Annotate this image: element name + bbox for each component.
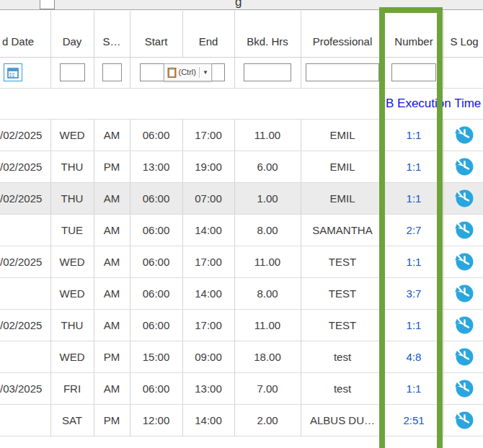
cell-end-date: /02/2025 — [0, 151, 50, 182]
header-row: d Date Day S… Start End Bkd. Hrs Profess… — [0, 11, 483, 57]
paste-options-button[interactable]: (Ctrl) ▼ — [164, 63, 212, 81]
execution-time-spacer — [0, 88, 384, 119]
cell-bkd-hrs: 11.00 — [234, 119, 301, 151]
cell-s-log — [443, 214, 483, 246]
cell-s: PM — [94, 151, 130, 182]
cell-end-date: /02/2025 — [0, 309, 50, 341]
cell-number[interactable]: 1:1 — [384, 119, 443, 151]
filter-cell-professional — [301, 57, 384, 88]
paste-options-label: (Ctrl) — [179, 68, 196, 76]
s-log-history-button[interactable] — [455, 379, 474, 398]
table-row[interactable]: SAT PM 12:00 14:00 2.00 ALBUS DU… 2:51 — [0, 404, 483, 436]
cell-end-date: /02/2025 — [0, 182, 50, 214]
table-row[interactable]: /02/2025 THU AM 06:00 17:00 11.00 TEST 1… — [0, 309, 483, 341]
cell-number[interactable]: 1:1 — [384, 309, 443, 341]
filter-cell-end-date — [0, 57, 50, 88]
professional-filter-input[interactable] — [306, 63, 379, 81]
cell-s-log — [443, 277, 483, 309]
cell-start: 15:00 — [130, 341, 182, 372]
history-clock-icon — [455, 315, 474, 335]
cell-day: THU — [50, 151, 94, 182]
s-log-history-button[interactable] — [455, 347, 474, 367]
cell-day: WED — [50, 246, 94, 277]
s-log-history-button[interactable] — [455, 315, 474, 335]
cell-end-date: /02/2025 — [0, 246, 50, 277]
table-row[interactable]: /02/2025 WED AM 06:00 17:00 11.00 TEST 1… — [0, 246, 483, 277]
cell-number[interactable]: 2:7 — [384, 214, 443, 246]
schedule-table: d Date Day S… Start End Bkd. Hrs Profess… — [0, 11, 483, 436]
column-header-end-date[interactable]: d Date — [0, 11, 50, 57]
cell-s: AM — [94, 119, 130, 151]
s-log-history-button[interactable] — [455, 411, 474, 430]
column-header-start[interactable]: Start — [130, 11, 182, 57]
cell-number[interactable]: 3:7 — [384, 277, 443, 309]
column-header-professional[interactable]: Professional — [301, 11, 384, 57]
s-log-history-button[interactable] — [455, 157, 474, 176]
table-row[interactable]: TUE AM 06:00 14:00 8.00 SAMANTHA 2:7 — [0, 214, 483, 246]
date-picker-button[interactable] — [4, 63, 22, 81]
day-filter-input[interactable] — [60, 63, 85, 81]
cropped-control[interactable] — [40, 0, 55, 9]
history-clock-icon — [455, 125, 474, 145]
number-filter-input[interactable] — [391, 63, 436, 81]
cell-bkd-hrs: 8.00 — [234, 214, 301, 246]
s-filter-input[interactable] — [102, 63, 122, 81]
cell-start: 06:00 — [130, 277, 182, 309]
column-header-day[interactable]: Day — [50, 11, 94, 57]
history-clock-icon — [455, 252, 474, 272]
top-strip: g — [0, 0, 483, 10]
table-row[interactable]: /03/2025 FRI AM 06:00 13:00 7.00 test 1:… — [0, 372, 483, 404]
filter-cell-number — [384, 57, 443, 88]
filter-row: (Ctrl) ▼ — [0, 57, 483, 88]
clipboard-icon — [167, 67, 177, 78]
filter-cell-s-log — [443, 57, 483, 88]
cell-s-log — [443, 119, 483, 151]
column-header-number[interactable]: Number — [384, 11, 443, 57]
cell-professional: SAMANTHA — [301, 214, 384, 246]
s-log-history-button[interactable] — [455, 284, 474, 303]
table-row[interactable]: WED AM 06:00 14:00 8.00 TEST 3:7 — [0, 277, 483, 309]
column-header-end[interactable]: End — [182, 11, 234, 57]
table-row[interactable]: /02/2025 THU PM 13:00 19:00 6.00 EMIL 1:… — [0, 151, 483, 182]
cell-start: 06:00 — [130, 119, 182, 151]
history-clock-icon — [455, 347, 474, 367]
cell-day: WED — [50, 341, 94, 372]
s-log-history-button[interactable] — [455, 189, 474, 208]
filter-cell-day — [50, 57, 94, 88]
bkd-hrs-filter-input[interactable] — [244, 63, 291, 81]
cell-number[interactable]: 1:1 — [384, 372, 443, 404]
cell-day: FRI — [50, 372, 94, 404]
cell-number[interactable]: 1:1 — [384, 246, 443, 277]
cell-end: 13:00 — [182, 372, 234, 404]
history-clock-icon — [455, 157, 474, 176]
table-row[interactable]: WED PM 15:00 09:00 18.00 test 4:8 — [0, 341, 483, 372]
cell-end: 09:00 — [182, 341, 234, 372]
s-log-history-button[interactable] — [455, 125, 474, 145]
cell-professional: EMIL — [301, 151, 384, 182]
cell-professional: ALBUS DU… — [301, 404, 384, 436]
cell-number[interactable]: 2:51 — [384, 404, 443, 436]
cell-end: 07:00 — [182, 182, 234, 214]
column-header-s[interactable]: S… — [94, 11, 130, 57]
column-header-bkd-hrs[interactable]: Bkd. Hrs — [234, 11, 301, 57]
cell-professional: test — [301, 372, 384, 404]
db-execution-time-label: B Execution Time — [386, 97, 481, 110]
cell-number[interactable]: 1:1 — [384, 182, 443, 214]
cell-end: 17:00 — [182, 309, 234, 341]
filter-cell-bkd-hrs — [234, 57, 301, 88]
cell-start: 13:00 — [130, 151, 182, 182]
cell-number[interactable]: 4:8 — [384, 341, 443, 372]
cell-s-log — [443, 309, 483, 341]
cell-start: 06:00 — [130, 246, 182, 277]
history-clock-icon — [455, 411, 474, 430]
s-log-history-button[interactable] — [455, 252, 474, 272]
table-row[interactable]: /02/2025 THU AM 06:00 07:00 1.00 EMIL 1:… — [0, 182, 483, 214]
cell-number[interactable]: 1:1 — [384, 151, 443, 182]
table-row[interactable]: /02/2025 WED AM 06:00 17:00 11.00 EMIL 1… — [0, 119, 483, 151]
column-header-s-log[interactable]: S Log — [443, 11, 483, 57]
cell-s: AM — [94, 309, 130, 341]
history-clock-icon — [455, 284, 474, 303]
s-log-history-button[interactable] — [455, 220, 474, 240]
cell-s-log — [443, 151, 483, 182]
cell-bkd-hrs: 2.00 — [234, 404, 301, 436]
